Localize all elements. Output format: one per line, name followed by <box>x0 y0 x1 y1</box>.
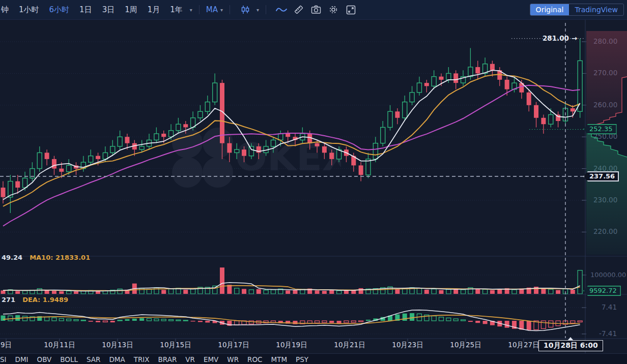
mode-tab-tradingview[interactable]: TradingView <box>569 4 623 15</box>
timeframe-6[interactable]: 1月 <box>148 5 160 15</box>
settings-gear-icon[interactable] <box>327 3 340 16</box>
indicator-obv[interactable]: OBV <box>37 355 52 363</box>
indicator-dma[interactable]: DMA <box>109 355 125 363</box>
indicator-boll[interactable]: BOLL <box>60 355 78 363</box>
indicator-vr[interactable]: VR <box>185 355 195 363</box>
indicator-bar: SIDMIOBVBOLLSARDMATRIXBRARVREMVWRROCMTMP… <box>0 353 627 364</box>
indicator-si[interactable]: SI <box>0 355 7 363</box>
indicator-brar[interactable]: BRAR <box>158 355 177 363</box>
date-tick-label: 10月25日 <box>450 341 481 350</box>
timeframe-caret-icon[interactable]: ▾ <box>190 7 192 13</box>
toolbar: 钟1小时6小时1日3日1周1月1年 ▾ MA ▾ ▾ <box>0 0 627 20</box>
ma-caret-icon: ▾ <box>220 7 223 13</box>
date-tick-label: 10月27日 <box>508 341 539 350</box>
date-tick-label: 10月19日 <box>276 341 307 350</box>
date-tick-label: 10月11日 <box>44 341 75 350</box>
timeframe-group: 钟1小时6小时1日3日1周1月1年 <box>1 5 183 15</box>
date-tick-label: 10月17日 <box>218 341 249 350</box>
macd-dif-value: 271 <box>2 296 15 304</box>
indicator-dmi[interactable]: DMI <box>15 355 28 363</box>
toolbar-divider <box>230 5 230 14</box>
indicator-trix[interactable]: TRIX <box>134 355 150 363</box>
crosshair-price-tag: 237.56 <box>583 171 619 181</box>
camera-icon[interactable] <box>309 3 323 16</box>
indicator-sar[interactable]: SAR <box>87 355 100 363</box>
timeframe-3[interactable]: 1日 <box>79 5 92 15</box>
volume-ma10-value: MA10: 21833.01 <box>30 254 90 261</box>
volume-ma5-value: 49.24 <box>2 254 22 261</box>
timeframe-2[interactable]: 6小时 <box>49 5 70 15</box>
mode-tabs: OriginalTradingView <box>530 4 624 16</box>
highest-price-label: 281.00 → <box>543 34 577 42</box>
candlestick-icon <box>239 3 252 16</box>
indicator-emv[interactable]: EMV <box>204 355 218 363</box>
svg-text:-7.41: -7.41 <box>599 329 617 338</box>
crosshair-time-tag: 10月28日 6:00 <box>538 340 603 351</box>
svg-text:100000.00: 100000.00 <box>590 271 626 279</box>
macd-dea-value: DEA: 1.9489 <box>22 296 68 304</box>
ma-label: MA <box>206 5 218 14</box>
line-chart-icon[interactable] <box>275 3 288 16</box>
toolbar-divider <box>266 5 266 14</box>
timeframe-1[interactable]: 1小时 <box>19 5 39 15</box>
chart-type-selector[interactable]: ▾ <box>237 3 259 16</box>
date-tick-label: 9日 <box>1 341 12 350</box>
svg-text:7.41: 7.41 <box>602 303 617 311</box>
indicator-mtm[interactable]: MTM <box>271 355 288 363</box>
indicator-wr[interactable]: WR <box>227 355 239 363</box>
volume-legend: 49.24 MA10: 21833.01 <box>2 254 90 261</box>
chart-area[interactable]: OKEX 280.00270.00260.00250.00240.00230.0… <box>0 20 627 353</box>
chart-app: 钟1小时6小时1日3日1周1月1年 ▾ MA ▾ ▾ <box>0 0 627 364</box>
chart-canvas[interactable]: 280.00270.00260.00250.00240.00230.00220.… <box>0 20 627 353</box>
timeframe-0[interactable]: 钟 <box>1 5 9 15</box>
last-price-tag: 252.35 <box>583 124 617 134</box>
indicator-psy[interactable]: PSY <box>296 355 308 363</box>
toolbar-divider <box>199 5 200 14</box>
chart-type-caret-icon: ▾ <box>256 7 259 13</box>
timeframe-7[interactable]: 1年 <box>170 5 183 15</box>
volume-value-tag: 9592.72 <box>583 286 621 296</box>
ma-selector[interactable]: MA ▾ <box>206 5 223 14</box>
mode-tab-original[interactable]: Original <box>530 4 569 15</box>
timeframe-5[interactable]: 1周 <box>125 5 137 15</box>
timeframe-4[interactable]: 3日 <box>102 5 115 15</box>
ruler-icon[interactable] <box>292 3 305 16</box>
date-tick-label: 10月23日 <box>392 341 423 350</box>
fullscreen-icon[interactable] <box>344 3 357 16</box>
date-tick-label: 10月21日 <box>334 341 365 350</box>
date-tick-label: 10月15日 <box>160 341 191 350</box>
date-tick-label: 10月13日 <box>102 341 133 350</box>
macd-legend: 271 DEA: 1.9489 <box>2 296 68 304</box>
indicator-roc[interactable]: ROC <box>247 355 262 363</box>
